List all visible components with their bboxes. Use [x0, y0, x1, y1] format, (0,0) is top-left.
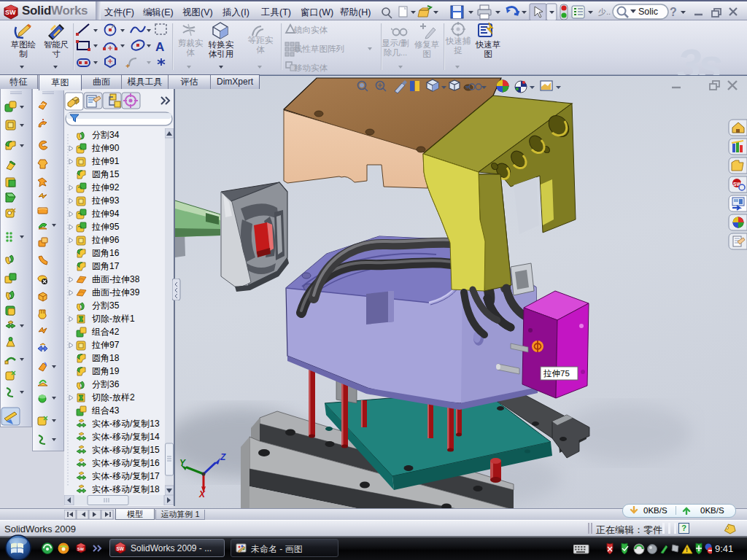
svg-text:SW: SW: [117, 546, 125, 551]
svg-text:SW: SW: [5, 9, 16, 16]
svg-text:X: X: [198, 489, 206, 499]
svg-text:SW: SW: [77, 547, 85, 551]
svg-text:Z: Z: [220, 452, 226, 462]
svg-text:Solic: Solic: [638, 7, 658, 17]
svg-text:?: ?: [670, 6, 677, 18]
svg-text:A: A: [155, 40, 164, 54]
svg-text:少..: 少..: [598, 7, 611, 16]
svg-text:SW: SW: [733, 182, 742, 187]
svg-text:拉伸75: 拉伸75: [543, 369, 570, 378]
svg-text:!: !: [686, 546, 688, 553]
svg-text:Y: Y: [179, 458, 186, 468]
